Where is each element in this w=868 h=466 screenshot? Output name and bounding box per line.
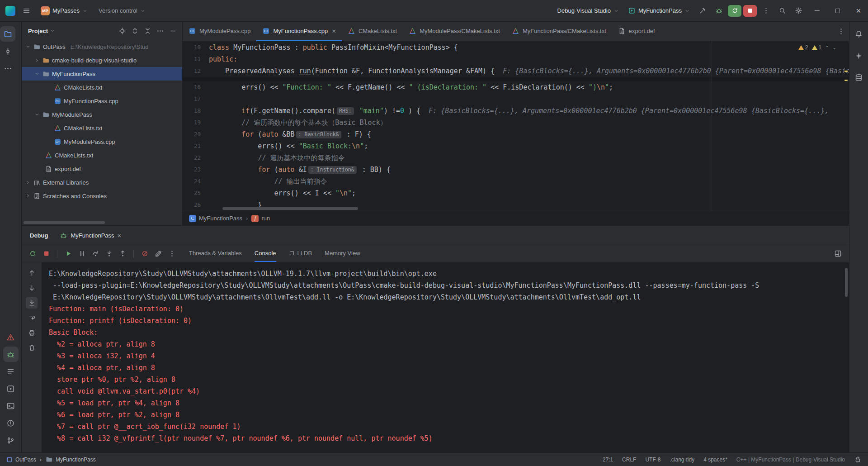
tree-item[interactable]: CMakeLists.txt xyxy=(22,81,182,94)
cmake-profile-selector[interactable]: Debug-Visual Studio xyxy=(554,4,623,18)
tree-item[interactable]: CMakeLists.txt xyxy=(22,148,182,162)
debugger-stop-button[interactable] xyxy=(40,247,52,260)
line-number[interactable]: 24 xyxy=(183,176,209,187)
statusbar-breadcrumb[interactable]: OutPass xyxy=(6,456,36,463)
debugger-kebab2-button[interactable] xyxy=(165,247,178,260)
debugger-tab-lldb[interactable]: LLDB xyxy=(289,245,312,262)
tool-todo-button[interactable] xyxy=(3,364,19,379)
editor-tab[interactable]: CMakeLists.txt xyxy=(342,22,403,41)
error-stripe-mark[interactable] xyxy=(844,80,848,81)
tool-ai-button[interactable] xyxy=(851,48,867,63)
debugger-rerun-button[interactable] xyxy=(26,247,39,260)
minimize-button[interactable] xyxy=(807,0,826,22)
line-number[interactable]: 19 xyxy=(183,117,209,128)
debugger-step-out-button[interactable] xyxy=(116,247,129,260)
line-number[interactable]: 22 xyxy=(183,152,209,164)
layout-settings-button[interactable] xyxy=(831,250,844,257)
weak-warning-count[interactable]: 1 xyxy=(812,44,822,51)
tool-project-button[interactable] xyxy=(0,26,15,42)
code-editor[interactable]: 10class MyFunctionPass : public PassInfo… xyxy=(183,42,849,211)
tool-more-button[interactable] xyxy=(0,61,15,76)
tool-notifications-button[interactable] xyxy=(851,26,867,42)
line-number[interactable]: 16 xyxy=(183,81,209,93)
tree-item[interactable]: External Libraries xyxy=(22,176,182,189)
debugger-tab-memory-view[interactable]: Memory View xyxy=(325,245,360,262)
maximize-button[interactable] xyxy=(828,0,847,22)
editor-tab[interactable]: MyModulePass/CMakeLists.txt xyxy=(403,22,506,41)
tool-services-button[interactable] xyxy=(3,381,19,396)
editor-tab[interactable]: export.def xyxy=(612,22,661,41)
tab-close-icon[interactable]: × xyxy=(332,28,336,34)
breadcrumb-item[interactable]: CMyFunctionPass xyxy=(189,215,242,222)
error-stripe-mark[interactable] xyxy=(844,71,848,72)
vcs-selector[interactable]: Version control xyxy=(95,4,149,18)
editor-tab[interactable]: C+MyModulePass.cpp xyxy=(183,22,256,41)
tool-terminal-button[interactable] xyxy=(3,398,19,414)
tree-item[interactable]: OutPassE:\KnowledgeRepository\Stud xyxy=(22,40,182,53)
tree-item[interactable]: C+MyModulePass.cpp xyxy=(22,135,182,148)
line-number[interactable]: 11 xyxy=(183,53,209,65)
editor-tab[interactable]: MyFunctionPass/CMakeLists.txt xyxy=(506,22,612,41)
stop-button[interactable] xyxy=(743,5,757,17)
debugger-step-over-button[interactable] xyxy=(89,247,102,260)
statusbar-item[interactable]: C++ | MyFunctionPass | Debug-Visual Stud… xyxy=(736,456,845,463)
chevron-down-icon[interactable] xyxy=(25,44,31,49)
main-menu-button[interactable] xyxy=(19,4,33,18)
console-print-button[interactable] xyxy=(26,327,38,338)
statusbar-item[interactable]: .clang-tidy xyxy=(670,456,694,463)
console-up-button[interactable] xyxy=(26,267,38,279)
tool-database-button[interactable] xyxy=(851,70,867,85)
tree-item[interactable]: export.def xyxy=(22,162,182,176)
debugger-pencil-button[interactable] xyxy=(152,247,165,260)
chevron-right-icon[interactable] xyxy=(34,57,40,63)
tool-git-button[interactable] xyxy=(3,433,19,448)
tool-commit-button[interactable] xyxy=(0,43,15,59)
tab-options-button[interactable] xyxy=(833,22,849,41)
chevron-right-icon[interactable] xyxy=(25,180,31,185)
debugger-step-into-button[interactable] xyxy=(103,247,115,260)
project-panel-title[interactable]: Project xyxy=(28,28,55,34)
tree-item[interactable]: MyFunctionPass xyxy=(22,67,182,81)
rerun-button[interactable] xyxy=(728,5,741,17)
search-everywhere-button[interactable] xyxy=(775,4,789,18)
project-collapse-all-button[interactable] xyxy=(142,25,153,37)
line-number[interactable]: 12 xyxy=(183,65,209,77)
console-clear-button[interactable] xyxy=(26,342,38,353)
project-more-button[interactable] xyxy=(154,25,166,37)
statusbar-breadcrumb[interactable]: MyFunctionPass xyxy=(45,456,96,463)
tree-item[interactable]: Scratches and Consoles xyxy=(22,189,182,203)
chevron-right-icon[interactable] xyxy=(25,193,31,199)
tool-debug-button[interactable] xyxy=(3,347,19,362)
project-hide-button[interactable] xyxy=(167,25,179,37)
project-locate-button[interactable] xyxy=(116,25,128,37)
console-output[interactable]: E:\KnowledgeRepository\Study\OLLVMStudy\… xyxy=(42,262,849,452)
chevron-down-icon[interactable] xyxy=(34,112,40,117)
console-down-button[interactable] xyxy=(26,282,38,294)
debugger-mute-breakpoints-button[interactable] xyxy=(138,247,151,260)
line-number[interactable]: 18 xyxy=(183,105,209,117)
console-soft-wrap-button[interactable] xyxy=(26,312,38,323)
line-number[interactable]: 25 xyxy=(183,187,209,199)
line-number[interactable]: 20 xyxy=(183,128,209,140)
console-vscrollbar[interactable] xyxy=(845,268,848,297)
line-number[interactable]: 21 xyxy=(183,140,209,152)
warning-count[interactable]: 2 xyxy=(798,44,808,51)
debugger-resume-button[interactable] xyxy=(62,247,75,260)
debug-session-tab[interactable]: MyFunctionPass × xyxy=(60,232,121,239)
write-access-lock-button[interactable] xyxy=(854,456,862,463)
editor-hscrollbar[interactable] xyxy=(222,207,358,210)
line-number[interactable]: 23 xyxy=(183,164,209,176)
debug-button[interactable] xyxy=(712,4,726,18)
tool-alert-button[interactable] xyxy=(3,329,19,345)
statusbar-item[interactable]: UTF-8 xyxy=(645,456,660,463)
tree-item[interactable]: CMakeLists.txt xyxy=(22,121,182,135)
line-number[interactable]: 17 xyxy=(183,93,209,105)
tree-item[interactable]: C+MyFunctionPass.cpp xyxy=(22,94,182,108)
console-scroll-end-button[interactable] xyxy=(26,297,38,309)
line-number[interactable]: 26 xyxy=(183,199,209,211)
project-hscrollbar[interactable] xyxy=(24,221,105,224)
line-number[interactable]: 10 xyxy=(183,42,209,53)
chevron-down-icon[interactable] xyxy=(34,71,40,76)
build-button[interactable] xyxy=(695,4,710,18)
run-config-selector[interactable]: MyFunctionPass xyxy=(624,4,693,18)
